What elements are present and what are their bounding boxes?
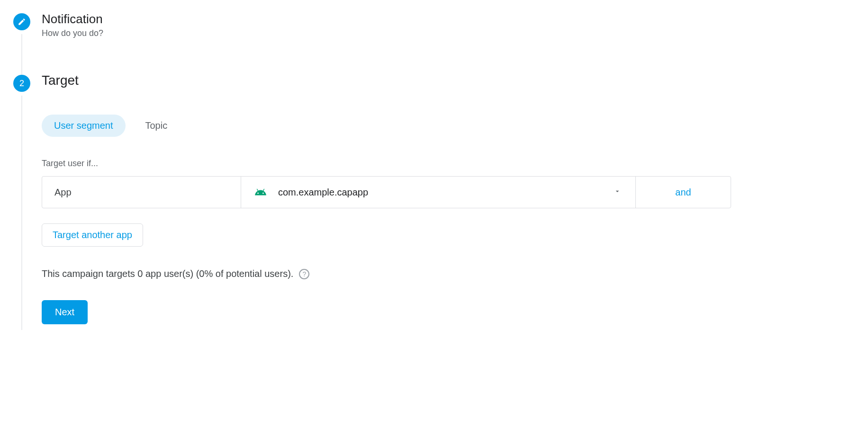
app-package-label: com.example.capapp: [278, 187, 602, 198]
pencil-icon: [18, 18, 26, 26]
step-subtitle-notification: How do you do?: [42, 28, 857, 38]
tab-user-segment[interactable]: User segment: [42, 115, 126, 137]
condition-label: Target user if...: [42, 159, 857, 169]
android-icon: [254, 186, 267, 198]
tab-topic[interactable]: Topic: [133, 115, 180, 137]
step-target: 2 Target User segment Topic Target user …: [13, 73, 857, 324]
step-connector: [21, 96, 22, 330]
filter-type-label: App: [54, 187, 72, 198]
step-title-target: Target: [42, 73, 857, 88]
step-connector: [21, 34, 22, 79]
campaign-note-text: This campaign targets 0 app user(s) (0% …: [42, 268, 293, 279]
step-badge-target: 2: [13, 75, 30, 92]
campaign-note: This campaign targets 0 app user(s) (0% …: [42, 268, 857, 279]
and-button[interactable]: and: [636, 177, 731, 208]
step-notification[interactable]: Notification How do you do?: [13, 11, 857, 73]
target-another-app-button[interactable]: Target another app: [42, 223, 143, 247]
step-badge-notification: [13, 13, 30, 30]
chevron-down-icon: [614, 187, 627, 197]
help-icon[interactable]: ?: [299, 269, 309, 279]
target-filter-row: App com.example.capapp and: [42, 176, 731, 208]
next-button[interactable]: Next: [42, 300, 88, 324]
step-title-notification: Notification: [42, 11, 857, 27]
and-label: and: [675, 187, 691, 198]
filter-type-cell[interactable]: App: [42, 177, 241, 208]
segment-tabs: User segment Topic: [42, 115, 857, 137]
app-select[interactable]: com.example.capapp: [241, 177, 636, 208]
